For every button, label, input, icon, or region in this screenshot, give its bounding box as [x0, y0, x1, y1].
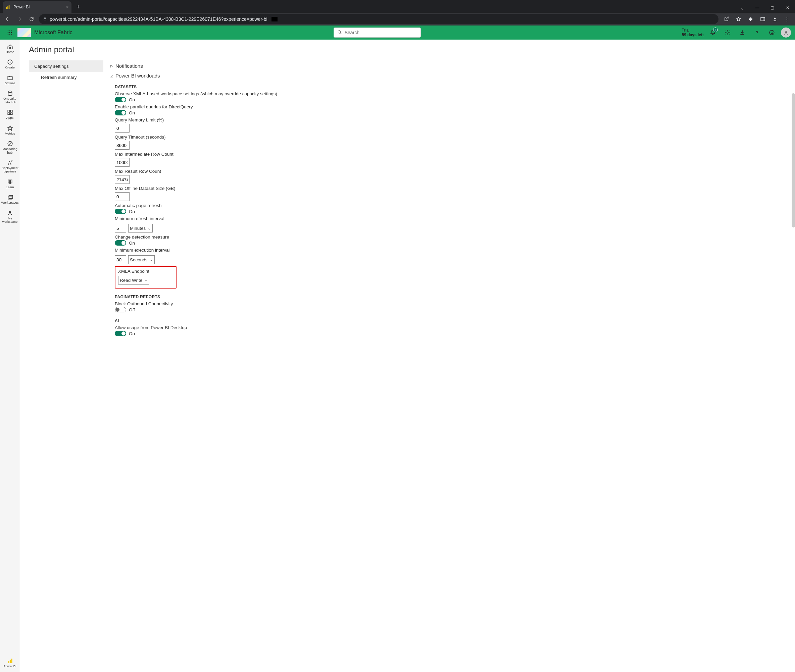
search-input[interactable]: Search [333, 27, 421, 38]
svg-point-12 [11, 32, 12, 33]
nav-learn[interactable]: Learn [0, 177, 20, 191]
feedback-icon[interactable] [766, 27, 777, 38]
browser-tab[interactable]: Power BI × [3, 2, 72, 13]
lock-icon [43, 16, 47, 22]
svg-rect-26 [10, 110, 13, 112]
nav-onelake[interactable]: OneLake data hub [0, 88, 20, 106]
svg-point-20 [771, 32, 771, 32]
nav-myworkspace[interactable]: My workspace [0, 208, 20, 226]
svg-point-19 [769, 30, 774, 35]
svg-point-8 [10, 30, 10, 32]
fabric-logo [18, 28, 31, 37]
scrollbar[interactable] [792, 93, 795, 227]
maxint-input[interactable] [115, 158, 130, 167]
settings-icon[interactable] [722, 27, 733, 38]
qtimeout-input[interactable] [115, 141, 130, 150]
sidepanel-icon[interactable] [757, 14, 768, 24]
svg-rect-27 [8, 113, 10, 115]
forward-button[interactable] [15, 14, 24, 24]
notifications-icon[interactable]: 8 [707, 27, 718, 38]
brand-title: Microsoft Fabric [34, 29, 72, 35]
extensions-icon[interactable] [745, 14, 756, 24]
group-paginated-header: PAGINATED REPORTS [115, 294, 786, 299]
nav-workspaces[interactable]: Workspaces [0, 192, 20, 206]
minexec-label: Minimum execution interval [115, 248, 786, 253]
left-nav: Home Create Browse OneLake data hub Apps… [0, 40, 20, 672]
back-button[interactable] [3, 14, 12, 24]
minexec-unit-select[interactable]: Seconds [128, 255, 155, 264]
observe-xmla-toggle[interactable] [115, 97, 126, 102]
svg-point-22 [785, 31, 787, 33]
section-notifications[interactable]: ▷ Notifications [110, 61, 786, 71]
nav-metrics[interactable]: Metrics [0, 123, 20, 137]
share-icon[interactable] [721, 14, 732, 24]
parallel-dq-toggle[interactable] [115, 110, 126, 115]
fabric-header: Microsoft Fabric Search Trial: 59 days l… [0, 26, 795, 40]
tabs-chevron-icon[interactable]: ⌄ [735, 3, 750, 13]
maxres-input[interactable] [115, 175, 130, 184]
subnav-refresh-summary[interactable]: Refresh summary [29, 72, 103, 83]
group-datasets-header: DATASETS [115, 85, 786, 89]
xmla-endpoint-select[interactable]: Read Write [118, 276, 149, 285]
nav-browse[interactable]: Browse [0, 73, 20, 87]
ai-allow-toggle[interactable] [115, 331, 126, 336]
maxoff-input[interactable] [115, 192, 130, 201]
close-window-button[interactable]: ✕ [780, 3, 795, 13]
cdm-toggle[interactable] [115, 240, 126, 246]
browser-addressbar: powerbi.com/admin-portal/capacities/2922… [0, 13, 795, 26]
group-ai-header: AI [115, 318, 786, 323]
maxint-label: Max Intermediate Row Count [115, 152, 786, 157]
svg-point-16 [338, 30, 341, 33]
xmla-highlight-box: XMLA Endpoint Read Write [115, 266, 176, 288]
svg-point-14 [10, 34, 10, 35]
apr-toggle[interactable] [115, 209, 126, 214]
reload-button[interactable] [27, 14, 36, 24]
help-icon[interactable] [752, 27, 763, 38]
svg-rect-3 [44, 18, 46, 20]
svg-point-11 [10, 32, 10, 33]
browser-tab-title: Power BI [13, 5, 30, 10]
nav-home[interactable]: Home [0, 42, 20, 56]
qmem-label: Query Memory Limit (%) [115, 117, 786, 122]
svg-rect-1 [7, 6, 8, 9]
cdm-label: Change detection measure [115, 235, 786, 240]
apr-state: On [129, 209, 135, 214]
nav-pipelines[interactable]: Deployment pipelines [0, 158, 20, 176]
subnav-capacity-settings[interactable]: Capacity settings [29, 61, 103, 72]
maximize-button[interactable]: ▢ [765, 3, 780, 13]
url-bar[interactable]: powerbi.com/admin-portal/capacities/2922… [39, 14, 718, 24]
apr-label: Automatic page refresh [115, 203, 786, 208]
minexec-input[interactable] [115, 255, 126, 264]
svg-rect-2 [9, 5, 10, 9]
browser-titlebar: Power BI × + ⌄ — ▢ ✕ [0, 0, 795, 13]
close-tab-icon[interactable]: × [66, 4, 69, 10]
app-launcher-icon[interactable] [4, 27, 16, 38]
section-workloads[interactable]: ◿ Power BI workloads [110, 71, 786, 80]
cdm-state: On [129, 240, 135, 246]
nav-monitoring[interactable]: Monitoring hub [0, 139, 20, 156]
profile-icon[interactable] [769, 14, 780, 24]
svg-point-15 [11, 34, 12, 35]
svg-rect-34 [10, 659, 10, 663]
minimize-button[interactable]: — [750, 3, 765, 13]
kebab-menu-icon[interactable]: ⋮ [782, 14, 792, 24]
download-icon[interactable] [737, 27, 748, 38]
caret-right-icon: ▷ [110, 64, 114, 68]
svg-point-9 [11, 30, 12, 32]
observe-xmla-state: On [129, 97, 135, 102]
caret-down-icon: ◿ [110, 74, 114, 77]
notif-count-badge: 8 [713, 27, 718, 32]
nav-powerbi-switcher[interactable]: Power BI [0, 656, 20, 670]
svg-rect-33 [8, 661, 9, 663]
minref-unit-select[interactable]: Minutes [128, 224, 153, 232]
minref-input[interactable] [115, 224, 126, 232]
settings-content: ▷ Notifications ◿ Power BI workloads DAT… [110, 61, 786, 336]
bookmark-icon[interactable] [733, 14, 744, 24]
block-outbound-toggle[interactable] [115, 307, 126, 312]
svg-point-10 [8, 32, 9, 33]
nav-create[interactable]: Create [0, 57, 20, 71]
user-avatar[interactable] [781, 27, 791, 38]
new-tab-button[interactable]: + [74, 2, 83, 12]
nav-apps[interactable]: Apps [0, 107, 20, 122]
qmem-input[interactable] [115, 124, 130, 133]
